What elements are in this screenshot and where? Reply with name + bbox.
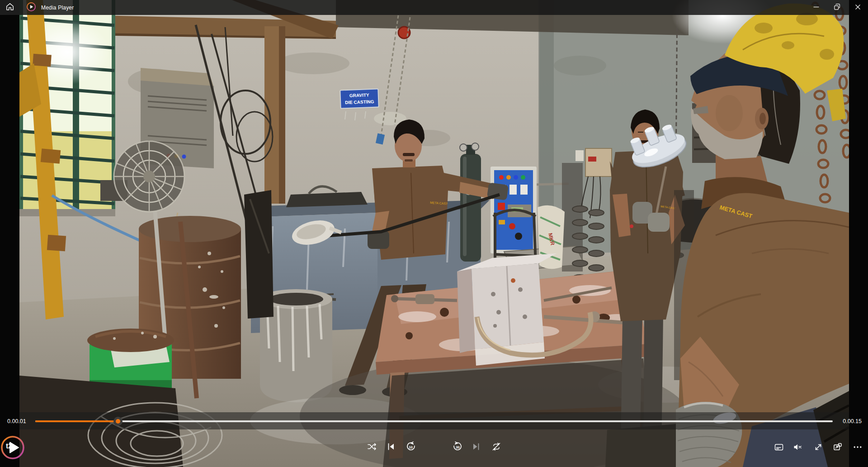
time-remaining: 0.00.15 <box>843 418 862 424</box>
fullscreen-button[interactable] <box>809 438 828 457</box>
previous-track-icon <box>386 442 396 453</box>
repeat-off-button[interactable] <box>486 437 506 457</box>
close-icon <box>854 4 861 12</box>
app-identity: Media Player <box>26 0 74 15</box>
media-player-app-icon <box>26 2 36 14</box>
mini-player-icon <box>833 442 843 453</box>
skip-forward-30-button[interactable]: 30 <box>448 437 467 457</box>
fullscreen-icon <box>813 442 823 453</box>
subtitles-icon <box>774 442 784 453</box>
home-button[interactable] <box>0 0 19 15</box>
letterbox-left <box>0 0 19 467</box>
skip-back-10-icon: 10 <box>406 441 416 453</box>
close-button[interactable] <box>847 0 868 15</box>
subtitles-button[interactable] <box>769 438 788 457</box>
seek-bar[interactable] <box>35 420 833 422</box>
skip-forward-30-icon: 30 <box>453 441 463 453</box>
minimize-button[interactable] <box>806 0 826 15</box>
play-icon <box>0 435 25 462</box>
minimize-icon <box>813 4 820 12</box>
shuffle-button[interactable] <box>362 437 382 457</box>
play-button[interactable] <box>0 435 25 461</box>
mini-player-button[interactable] <box>828 438 847 457</box>
svg-text:10: 10 <box>409 445 413 449</box>
previous-track-button[interactable] <box>381 437 401 457</box>
more-icon <box>853 443 862 453</box>
restore-icon <box>833 3 841 12</box>
shuffle-icon <box>367 442 377 453</box>
app-title: Media Player <box>41 5 74 11</box>
titlebar: Media Player <box>0 0 868 15</box>
svg-text:DIE CASTING: DIE CASTING <box>345 99 374 105</box>
seek-thumb[interactable] <box>113 417 123 426</box>
home-icon <box>5 2 14 13</box>
gravity-die-casting-sign: GRAVITY DIE CASTING <box>340 89 378 109</box>
media-player-window: GRAVITY DIE CASTING <box>0 0 868 467</box>
seek-progress <box>35 420 118 422</box>
next-track-button[interactable] <box>466 437 486 457</box>
video-surface[interactable]: GRAVITY DIE CASTING <box>19 0 849 467</box>
mute-icon <box>793 442 802 453</box>
more-button[interactable] <box>848 438 867 457</box>
seek-thumb-dot <box>116 419 120 424</box>
titlebar-background <box>19 0 849 15</box>
skip-back-10-button[interactable]: 10 <box>401 437 420 457</box>
time-elapsed: 0.00.01 <box>7 418 26 424</box>
video-frame-scene: GRAVITY DIE CASTING <box>19 0 849 467</box>
svg-text:GRAVITY: GRAVITY <box>349 92 369 98</box>
next-track-icon <box>471 442 481 453</box>
mute-button[interactable] <box>788 438 807 457</box>
repeat-off-icon <box>491 442 501 453</box>
svg-text:30: 30 <box>456 445 460 449</box>
letterbox-right <box>849 0 868 467</box>
restore-button[interactable] <box>826 0 847 15</box>
